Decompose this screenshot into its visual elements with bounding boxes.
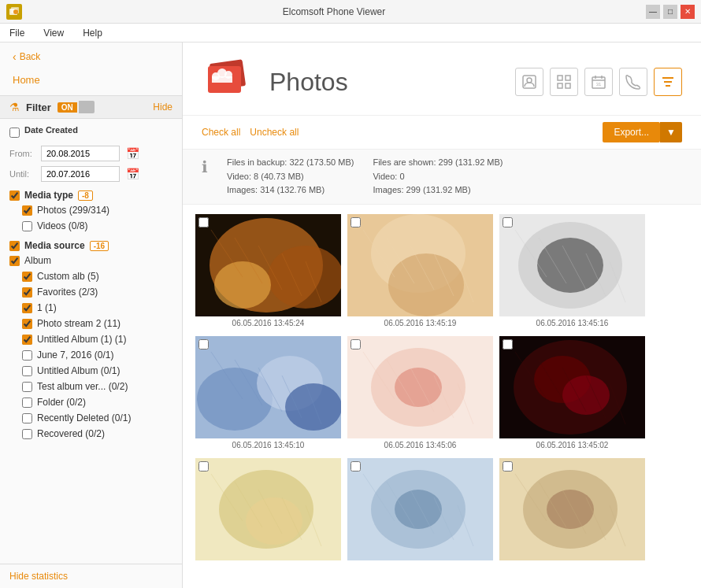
media-source-checkbox[interactable] — [9, 241, 20, 251]
source-checkbox-9[interactable] — [22, 398, 32, 408]
photo-image-4[interactable] — [347, 336, 493, 438]
close-button[interactable]: ✕ — [681, 5, 695, 19]
photo-cell-2: 06.05.2016 13:45:16 — [499, 214, 645, 330]
photo-timestamp-6 — [195, 560, 341, 565]
photo-row-2 — [195, 458, 688, 565]
until-date-input[interactable] — [41, 166, 120, 182]
date-from-row: From: 📅 — [9, 146, 172, 161]
check-all-button[interactable]: Check all — [202, 127, 240, 138]
photos-page-title: Photos — [269, 68, 348, 97]
until-label: Until: — [9, 169, 35, 179]
maximize-button[interactable]: □ — [663, 5, 677, 19]
photo-checkbox-0[interactable] — [198, 217, 209, 227]
source-checkbox-1[interactable] — [22, 272, 32, 282]
svg-rect-14 — [566, 83, 570, 88]
source-checkbox-7[interactable] — [22, 366, 32, 376]
from-calendar-icon[interactable]: 📅 — [126, 147, 139, 160]
source-checkbox-5[interactable] — [22, 335, 32, 345]
source-item-4: Photo stream 2 (11) — [9, 317, 172, 330]
date-created-checkbox[interactable] — [9, 128, 20, 138]
source-item-8: Test album ver... (0/2) — [9, 380, 172, 393]
photos-cloud-svg — [202, 55, 257, 106]
menu-file[interactable]: File — [6, 26, 28, 40]
photo-cell-8 — [499, 458, 645, 565]
photo-checkbox-7[interactable] — [350, 461, 361, 472]
back-section: ‹ Back — [0, 43, 182, 71]
from-label: From: — [9, 149, 35, 158]
export-button[interactable]: Export... — [603, 122, 660, 142]
photo-checkbox-1[interactable] — [350, 217, 361, 227]
filter-hide-button[interactable]: Hide — [153, 102, 172, 113]
photo-image-8[interactable] — [499, 458, 645, 560]
back-button[interactable]: ‹ Back — [13, 50, 169, 63]
videos-filter-item: Videos (0/8) — [9, 220, 172, 232]
source-checkbox-3[interactable] — [22, 303, 32, 313]
photo-checkbox-4[interactable] — [350, 339, 361, 349]
svg-point-42 — [537, 238, 603, 293]
photo-image-1[interactable] — [347, 214, 493, 316]
toggle-on: ON — [57, 102, 77, 113]
photo-image-7[interactable] — [347, 458, 493, 560]
videos-checkbox[interactable] — [22, 221, 32, 231]
source-checkbox-4[interactable] — [22, 319, 32, 329]
contacts-icon-button[interactable] — [515, 68, 543, 96]
hide-statistics-section: Hide statistics — [0, 564, 182, 588]
photo-image-5[interactable] — [499, 336, 645, 438]
source-checkbox-0[interactable] — [9, 256, 20, 266]
source-item-10: Recently Deleted (0/1) — [9, 412, 172, 424]
hide-statistics-link[interactable]: Hide statistics — [9, 571, 68, 582]
minimize-button[interactable]: — — [646, 5, 660, 19]
source-item-11: Recovered (0/2) — [9, 427, 172, 440]
filter-lines-icon-button[interactable] — [654, 68, 682, 96]
source-checkbox-6[interactable] — [22, 350, 32, 361]
until-calendar-icon[interactable]: 📅 — [126, 168, 139, 180]
photo-image-6[interactable] — [195, 458, 341, 560]
source-label-8: Test album ver... (0/2) — [37, 381, 128, 392]
svg-point-2 — [13, 9, 18, 14]
photo-checkbox-6[interactable] — [198, 461, 209, 472]
contacts-icon — [521, 74, 537, 90]
photo-select-8 — [503, 461, 513, 474]
sidebar: ‹ Back Home ⚗ Filter ON Hide — [0, 43, 183, 588]
calendar-icon-button[interactable]: 31 — [584, 68, 613, 96]
from-date-input[interactable] — [41, 146, 120, 161]
video-shown: Video: 0 — [373, 170, 503, 184]
filter-toggle[interactable]: ON — [57, 101, 95, 113]
source-checkbox-2[interactable] — [22, 287, 32, 298]
photo-checkbox-5[interactable] — [503, 339, 513, 349]
source-label-9: Folder (0/2) — [37, 397, 86, 408]
uncheck-all-button[interactable]: Uncheck all — [250, 127, 299, 138]
menu-view[interactable]: View — [40, 26, 67, 40]
photo-timestamp-4: 06.05.2016 13:45:06 — [347, 438, 493, 452]
media-type-checkbox[interactable] — [9, 190, 20, 201]
home-link[interactable]: Home — [13, 74, 40, 86]
photo-image-0[interactable] — [195, 214, 341, 316]
svg-rect-13 — [558, 83, 562, 88]
images-backup: Images: 314 (132.76 MB) — [227, 183, 354, 198]
grid-view-icon-button[interactable] — [550, 68, 578, 96]
source-checkbox-8[interactable] — [22, 382, 32, 392]
date-created-label: Date Created — [24, 125, 78, 135]
source-checkbox-11[interactable] — [22, 429, 32, 439]
export-dropdown-button[interactable]: ▼ — [660, 122, 682, 142]
video-backup: Video: 8 (40.73 MB) — [227, 170, 354, 184]
photo-image-3[interactable] — [195, 336, 341, 438]
media-source-group: Media source -16 AlbumCustom alb (5)Favo… — [9, 240, 172, 440]
photo-checkbox-8[interactable] — [503, 461, 513, 472]
photo-timestamp-7 — [347, 560, 493, 565]
source-label-10: Recently Deleted (0/1) — [37, 412, 131, 423]
photo-checkbox-3[interactable] — [198, 339, 209, 349]
source-checkbox-10[interactable] — [22, 413, 32, 423]
menu-help[interactable]: Help — [80, 26, 106, 40]
photo-checkbox-2[interactable] — [503, 217, 513, 227]
photo-image-2[interactable] — [499, 214, 645, 316]
files-shown: Files are shown: 299 (131.92 MB) — [373, 156, 503, 170]
date-until-row: Until: 📅 — [9, 166, 172, 182]
phone-icon-button[interactable] — [619, 68, 647, 96]
photo-select-0 — [198, 217, 209, 230]
photos-checkbox[interactable] — [22, 205, 32, 216]
source-items-list: AlbumCustom alb (5)Favorites (2/3)1 (1)P… — [9, 254, 172, 440]
source-label-7: Untitled Album (0/1) — [37, 365, 120, 376]
window-title: Elcomsoft Phone Viewer — [22, 6, 646, 17]
svg-rect-8 — [212, 76, 232, 83]
